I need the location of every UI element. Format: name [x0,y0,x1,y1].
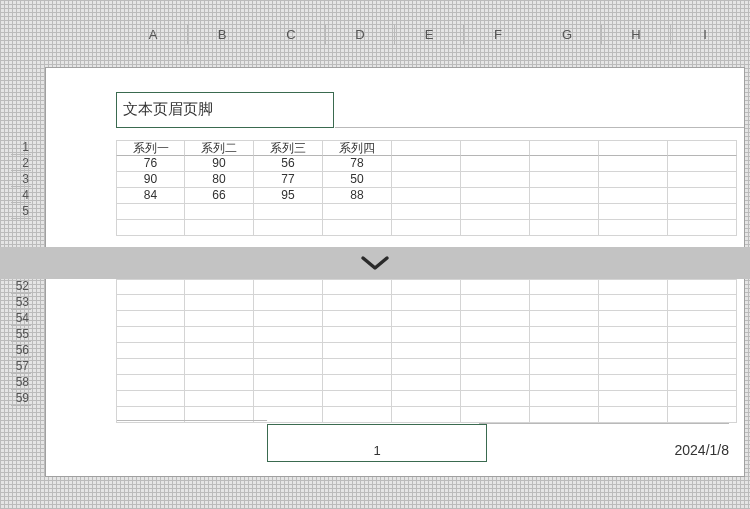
cell[interactable] [461,375,530,391]
cell[interactable] [461,311,530,327]
cell[interactable] [599,295,668,311]
cell[interactable] [599,279,668,295]
cell[interactable]: 77 [254,172,323,188]
cell[interactable] [530,311,599,327]
cell[interactable] [461,172,530,188]
cell[interactable] [668,343,737,359]
cell[interactable] [254,220,323,236]
cell[interactable] [392,343,461,359]
cell[interactable] [530,188,599,204]
cell[interactable] [530,172,599,188]
cell[interactable] [461,359,530,375]
col-letter[interactable]: H [602,25,671,45]
cell[interactable] [668,327,737,343]
cell[interactable] [668,375,737,391]
cell[interactable] [530,407,599,423]
cell[interactable] [668,172,737,188]
cell[interactable] [392,311,461,327]
cell[interactable] [530,391,599,407]
cell[interactable]: 95 [254,188,323,204]
cell[interactable] [599,204,668,220]
col-letter[interactable]: I [671,25,740,45]
cell[interactable]: 56 [254,156,323,172]
cell[interactable] [323,311,392,327]
cell[interactable] [461,279,530,295]
cell[interactable] [254,204,323,220]
row-number[interactable]: 52 [11,278,31,294]
row-number[interactable]: 55 [11,326,31,342]
row-number[interactable]: 54 [11,310,31,326]
cell[interactable] [392,407,461,423]
cell[interactable]: 50 [323,172,392,188]
cell[interactable] [323,359,392,375]
cell[interactable] [599,359,668,375]
cell[interactable] [530,327,599,343]
cell[interactable] [392,359,461,375]
cell[interactable] [599,327,668,343]
cell[interactable] [461,343,530,359]
cell[interactable] [668,279,737,295]
cell[interactable] [461,204,530,220]
cell[interactable] [116,391,185,407]
cell[interactable] [323,220,392,236]
cell[interactable] [599,220,668,236]
cell[interactable] [461,327,530,343]
cell[interactable] [668,188,737,204]
row-number[interactable]: 3 [11,171,31,187]
cell[interactable]: 90 [116,172,185,188]
cell[interactable] [530,204,599,220]
cell[interactable] [392,295,461,311]
cell[interactable] [668,156,737,172]
footer-center-input[interactable]: 1 [267,424,487,462]
row-number[interactable]: 59 [11,390,31,406]
cell[interactable] [185,311,254,327]
row-number[interactable]: 4 [11,187,31,203]
cell[interactable] [116,359,185,375]
cell[interactable]: 系列二 [185,140,254,156]
cell[interactable] [254,375,323,391]
row-number[interactable]: 56 [11,342,31,358]
cell[interactable] [668,140,737,156]
cell[interactable] [530,295,599,311]
cell[interactable]: 76 [116,156,185,172]
cell[interactable] [185,343,254,359]
cell[interactable] [254,327,323,343]
cell[interactable]: 84 [116,188,185,204]
col-letter[interactable]: A [119,25,188,45]
cell[interactable] [116,220,185,236]
cell[interactable] [392,172,461,188]
cell[interactable] [323,279,392,295]
col-letter[interactable]: G [533,25,602,45]
cell[interactable] [461,140,530,156]
cell[interactable] [461,188,530,204]
col-letter[interactable]: F [464,25,533,45]
cell[interactable] [185,391,254,407]
cell[interactable] [668,407,737,423]
cell[interactable]: 66 [185,188,254,204]
cell[interactable] [116,204,185,220]
cell[interactable] [392,140,461,156]
header-left-input[interactable]: 文本页眉页脚 [116,92,334,128]
cell[interactable] [461,391,530,407]
cell[interactable] [323,391,392,407]
cell[interactable] [254,295,323,311]
cell[interactable]: 78 [323,156,392,172]
cell[interactable] [530,343,599,359]
cell[interactable] [185,327,254,343]
cell[interactable] [530,359,599,375]
cell[interactable] [530,375,599,391]
cell[interactable] [599,343,668,359]
cell[interactable] [668,391,737,407]
cell[interactable] [116,327,185,343]
cell[interactable]: 系列三 [254,140,323,156]
row-number[interactable]: 5 [11,203,31,219]
row-number[interactable]: 58 [11,374,31,390]
cell[interactable] [530,140,599,156]
row-number[interactable]: 57 [11,358,31,374]
cell[interactable] [392,327,461,343]
cell[interactable] [116,295,185,311]
cell[interactable]: 88 [323,188,392,204]
cell[interactable]: 系列四 [323,140,392,156]
row-number[interactable]: 53 [11,294,31,310]
cell[interactable] [185,220,254,236]
